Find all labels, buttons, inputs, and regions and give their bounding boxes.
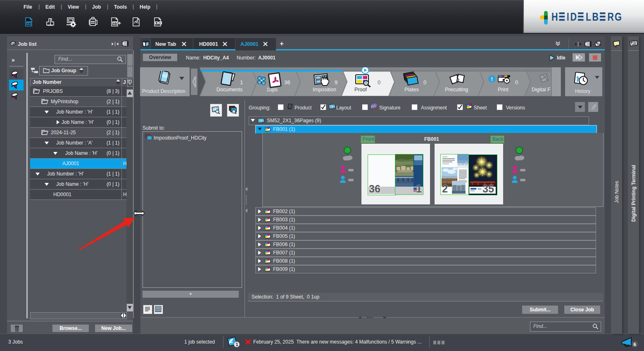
svg-text:0: 0 [423, 79, 426, 85]
svg-text:Proof: Proof [354, 87, 367, 92]
svg-text:!: ! [491, 76, 493, 82]
svg-text:6: 6 [634, 342, 636, 347]
svg-text:0: 0 [515, 79, 518, 85]
svg-text:9: 9 [335, 79, 337, 85]
svg-text:G: G [615, 10, 622, 23]
svg-text:R: R [608, 10, 614, 23]
svg-text:Documents: Documents [216, 87, 242, 92]
svg-text:36: 36 [284, 79, 290, 85]
svg-text:ABC: ABC [113, 22, 119, 25]
svg-text:H: H [551, 10, 558, 23]
svg-text:Imposition: Imposition [313, 87, 336, 92]
svg-text:Plates: Plates [404, 87, 419, 92]
svg-text:Print: Print [498, 87, 509, 92]
svg-text:B: B [592, 10, 599, 23]
svg-text:✓: ✓ [263, 82, 265, 85]
svg-text:✓: ✓ [263, 78, 265, 81]
svg-text:I: I [567, 10, 569, 23]
svg-text:L: L [586, 10, 591, 23]
svg-text:1: 1 [240, 79, 243, 85]
svg-text:1: 1 [236, 342, 238, 347]
svg-text:ABC: ABC [27, 22, 33, 25]
svg-text:D: D [570, 10, 577, 23]
svg-text:0: 0 [378, 79, 380, 85]
svg-text:✓: ✓ [259, 81, 261, 84]
svg-text:Digital F: Digital F [532, 87, 551, 92]
svg-text:1ups: 1ups [266, 87, 278, 92]
svg-text:Precutting: Precutting [445, 87, 468, 92]
svg-text:✓: ✓ [259, 77, 261, 80]
